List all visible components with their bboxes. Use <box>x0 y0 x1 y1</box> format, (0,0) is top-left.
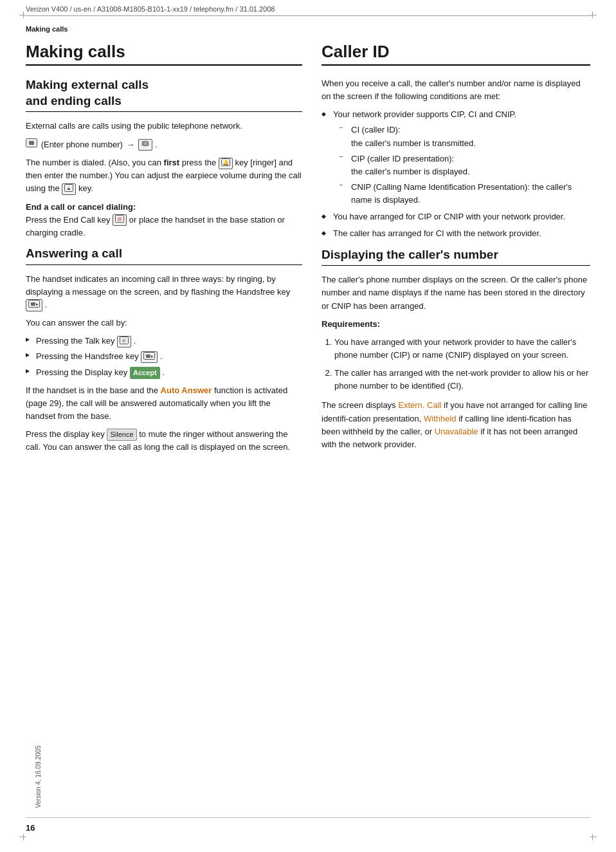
call-key-icon: ✆ <box>138 139 152 150</box>
svg-text:☎▸: ☎▸ <box>145 354 154 358</box>
subsection1-rule <box>26 111 302 112</box>
screen-displays-para: The screen displays Extern. Call if you … <box>322 399 590 451</box>
subbullet-cip: CIP (caller ID presentation):the caller'… <box>340 153 590 178</box>
requirements-label: Requirements: <box>322 318 590 331</box>
external-calls-para3: The number is dialed. (Also, you can fir… <box>26 156 302 195</box>
display-number-rule <box>322 265 590 266</box>
volume-key-icon: ▲ <box>62 183 76 195</box>
answering-bullets: Pressing the Talk key ✆ . Pressing the H… <box>26 335 302 378</box>
bullet-handsfree-key: Pressing the Handsfree key ☎▸ . <box>26 350 302 363</box>
svg-text:🔔: 🔔 <box>222 159 229 165</box>
subsection2-title: Answering a call <box>26 246 302 262</box>
right-column: Caller ID When you receive a call, the c… <box>322 34 590 459</box>
page-number: 16 <box>26 823 35 833</box>
answering-para1: The handset indicates an incoming call i… <box>26 273 302 311</box>
subsection1-title: Making external calls and ending calls <box>26 77 302 109</box>
external-calls-para1: External calls are calls using the publi… <box>26 120 302 133</box>
silence-para: Press the display key Silence to mute th… <box>26 428 302 454</box>
external-calls-para2: ☎ (Enter phone number) → ✆ . <box>26 138 302 152</box>
auto-answer-para: If the handset is in the base and the Au… <box>26 384 302 423</box>
caller-id-rule <box>322 64 590 66</box>
caller-id-title: Caller ID <box>322 42 590 62</box>
version-label: Version 4, 16.09.2005 <box>35 746 42 808</box>
header-text: Verizon V400 / us-en / A31008-M1805-B101… <box>26 5 275 13</box>
handsfree-key-icon2: ☎▸ <box>141 351 158 363</box>
svg-text:✆: ✆ <box>144 142 147 145</box>
ci-subbullets: CI (caller ID):the caller's number is tr… <box>333 124 590 207</box>
left-column: Making calls Making external calls and e… <box>26 34 302 459</box>
section-breadcrumb: Making calls <box>0 16 616 34</box>
bullet-cip-ci-cnip: Your network provider supports CIP, CI a… <box>322 108 590 207</box>
svg-text:▲: ▲ <box>67 186 71 190</box>
end-call-key-icon: ☒ <box>113 214 127 226</box>
subsection2-rule <box>26 264 302 265</box>
subbullet-ci: CI (caller ID):the caller's number is tr… <box>340 124 590 149</box>
svg-text:☎: ☎ <box>28 140 35 146</box>
talk-key-icon: ✆ <box>117 336 131 347</box>
end-call-para: End a call or cancel dialing: Press the … <box>26 201 302 239</box>
caller-id-para1: When you receive a call, the caller's nu… <box>322 77 590 103</box>
accept-key: Accept <box>130 367 160 379</box>
answering-para2: You can answer the call by: <box>26 317 302 329</box>
svg-text:☒: ☒ <box>118 217 122 221</box>
bullet-caller-ci: The caller has arranged for CI with the … <box>322 227 590 240</box>
requirement-1: You have arranged with your network prov… <box>334 336 590 362</box>
display-number-title: Displaying the caller's number <box>322 247 590 263</box>
page-header: Verizon V400 / us-en / A31008-M1805-B101… <box>0 0 616 15</box>
phone-icon: ☎ <box>26 138 37 151</box>
subbullet-cnip: CNIP (Calling Name Identification Presen… <box>340 181 590 207</box>
svg-text:✆: ✆ <box>122 338 126 343</box>
bullet-display-key: Pressing the Display key Accept . <box>26 366 302 379</box>
requirement-2: The caller has arranged with the net-wor… <box>334 367 590 393</box>
main-title: Making calls <box>26 42 302 62</box>
silence-key: Silence <box>107 429 136 441</box>
bullet-talk-key: Pressing the Talk key ✆ . <box>26 335 302 347</box>
bottom-footer: 16 <box>0 817 616 833</box>
display-number-para1: The caller's phone number displays on th… <box>322 273 590 312</box>
main-title-rule <box>26 64 302 66</box>
caller-id-bullets: Your network provider supports CIP, CI a… <box>322 108 590 240</box>
main-content: Making calls Making external calls and e… <box>0 34 616 459</box>
handsfree-key-icon: ☎▸ <box>26 299 42 311</box>
requirements-list: You have arranged with your network prov… <box>322 336 590 393</box>
ringer-key-icon: 🔔 <box>219 158 233 169</box>
svg-text:☎▸: ☎▸ <box>30 302 39 306</box>
bullet-arranged-cip: You have arranged for CIP or CNIP with y… <box>322 210 590 223</box>
